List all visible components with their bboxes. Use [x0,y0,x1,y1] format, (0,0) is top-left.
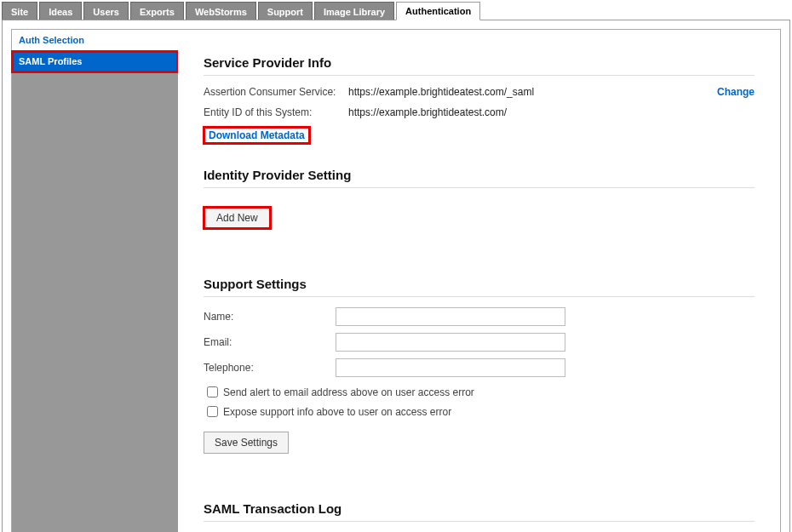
label-cb-alert: Send alert to email address above on use… [223,386,474,398]
divider [204,296,755,297]
value-entity-id: https://example.brightideatest.com/ [348,106,755,118]
row-name: Name: [204,307,755,326]
sidebar: Auth Selection SAML Profiles [12,30,178,532]
tab-exports[interactable]: Exports [130,2,184,20]
link-change[interactable]: Change [717,86,755,98]
row-email: Email: [204,333,755,352]
tab-webstorms[interactable]: WebStorms [186,2,256,20]
heading-service-provider-info: Service Provider Info [204,55,755,70]
sidebar-item-auth-selection[interactable]: Auth Selection [12,30,178,51]
tab-ideas[interactable]: Ideas [39,2,82,20]
button-add-new[interactable]: Add New [204,207,271,229]
heading-saml-transaction-log: SAML Transaction Log [204,501,755,516]
label-cb-expose: Expose support info above to user on acc… [223,406,451,418]
top-tabs: Site Ideas Users Exports WebStorms Suppo… [2,2,790,20]
divider [204,521,755,522]
input-telephone[interactable] [336,358,565,377]
value-acs: https://example.brightideatest.com/_saml [348,86,717,98]
heading-support-settings: Support Settings [204,277,755,291]
tab-site[interactable]: Site [2,2,37,20]
label-telephone: Telephone: [204,362,336,374]
sidebar-item-saml-profiles[interactable]: SAML Profiles [12,51,178,72]
divider [204,187,755,188]
tab-image-library[interactable]: Image Library [314,2,394,20]
checkbox-expose-info[interactable] [207,406,218,417]
heading-identity-provider-setting: Identity Provider Setting [204,168,755,182]
row-cb-alert: Send alert to email address above on use… [204,384,755,400]
button-save-settings[interactable]: Save Settings [204,432,289,454]
link-download-metadata[interactable]: Download Metadata [204,127,310,144]
input-name[interactable] [336,307,565,326]
checkbox-send-alert[interactable] [207,386,218,398]
row-entity-id: Entity ID of this System: https://exampl… [204,106,755,118]
input-email[interactable] [336,333,565,352]
label-entity-id: Entity ID of this System: [204,106,348,118]
label-acs: Assertion Consumer Service: [204,86,348,98]
tab-users[interactable]: Users [83,2,129,20]
row-telephone: Telephone: [204,358,755,377]
tab-support[interactable]: Support [258,2,313,20]
tab-authentication[interactable]: Authentication [396,2,480,20]
row-cb-expose: Expose support info above to user on acc… [204,403,755,420]
inner-panel: Auth Selection SAML Profiles Service Pro… [11,29,781,532]
label-email: Email: [204,336,336,348]
main-panel: Auth Selection SAML Profiles Service Pro… [2,20,790,532]
divider [204,75,755,76]
row-acs: Assertion Consumer Service: https://exam… [204,86,755,98]
content: Service Provider Info Assertion Consumer… [178,30,780,532]
label-name: Name: [204,311,336,323]
